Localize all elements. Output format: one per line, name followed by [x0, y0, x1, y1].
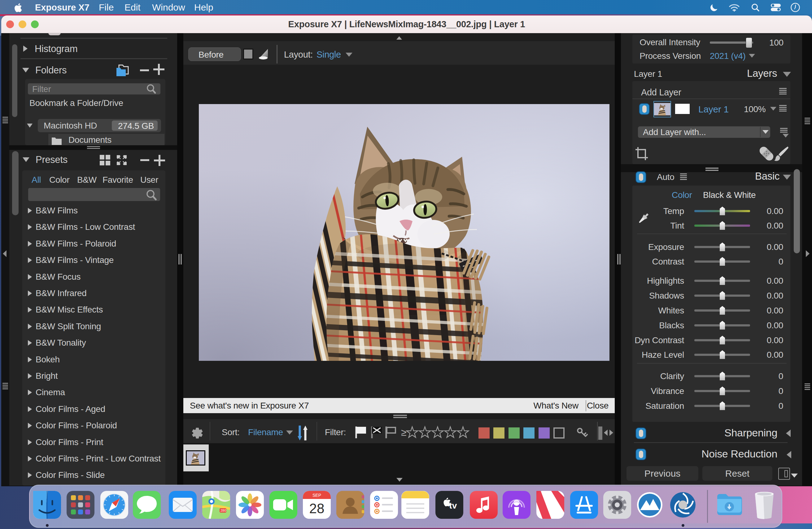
svg-text:28: 28 [309, 501, 324, 516]
svg-text:SEP: SEP [313, 493, 321, 498]
svg-text:tv: tv [449, 501, 457, 511]
svg-text:280: 280 [220, 509, 226, 512]
